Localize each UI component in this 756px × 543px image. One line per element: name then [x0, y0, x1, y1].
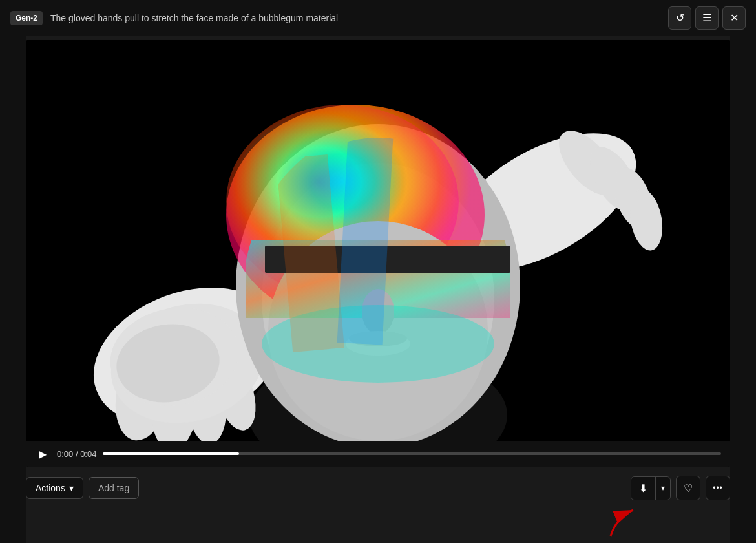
video-controls: ▶ 0:00 / 0:04: [26, 441, 730, 467]
header-title: The gloved hands pull to stretch the fac…: [50, 13, 660, 23]
header-bar: Gen-2 The gloved hands pull to stretch t…: [0, 0, 756, 36]
more-icon: •••: [713, 484, 723, 493]
header-controls: ↺ ☰ ✕: [668, 6, 746, 30]
main-content: ▶ 0:00 / 0:04 Actions ▾ Add tag ⬇: [0, 36, 756, 543]
download-main-button[interactable]: ⬇: [631, 477, 656, 500]
actions-label: Actions: [36, 483, 65, 493]
menu-button[interactable]: ☰: [695, 6, 719, 30]
arrow-annotation: [598, 504, 649, 539]
menu-icon: ☰: [702, 12, 711, 24]
close-button[interactable]: ✕: [722, 6, 746, 30]
like-button[interactable]: ♡: [676, 476, 700, 500]
progress-fill: [103, 452, 238, 455]
video-image: [26, 40, 730, 441]
action-bar: Actions ▾ Add tag ⬇ ▾ ⬇ Downlo: [26, 476, 730, 500]
play-icon: ▶: [39, 448, 47, 460]
add-tag-label: Add tag: [98, 483, 129, 493]
video-container[interactable]: ▶ 0:00 / 0:04: [26, 40, 730, 467]
gen-badge: Gen-2: [10, 11, 43, 25]
refresh-icon: ↺: [676, 12, 684, 24]
actions-chevron-icon: ▾: [69, 483, 74, 493]
right-panel: [730, 36, 756, 543]
play-button[interactable]: ▶: [35, 446, 50, 462]
left-panel: [0, 36, 26, 543]
download-icon: ⬇: [639, 482, 647, 495]
download-chevron-button[interactable]: ▾: [656, 477, 670, 500]
progress-bar[interactable]: [103, 452, 721, 455]
refresh-button[interactable]: ↺: [668, 6, 691, 30]
download-chevron-icon: ▾: [661, 484, 665, 493]
time-display: 0:00 / 0:04: [57, 449, 96, 459]
annotation-area: [26, 507, 730, 539]
heart-icon: ♡: [684, 482, 693, 495]
more-options-button[interactable]: •••: [706, 476, 730, 500]
add-tag-button[interactable]: Add tag: [89, 477, 139, 499]
video-frame[interactable]: [26, 40, 730, 441]
close-icon: ✕: [730, 12, 739, 24]
actions-button[interactable]: Actions ▾: [26, 477, 83, 499]
download-split-button[interactable]: ⬇ ▾ ⬇ Download MP4 ⬇ Download GIF: [631, 476, 671, 500]
